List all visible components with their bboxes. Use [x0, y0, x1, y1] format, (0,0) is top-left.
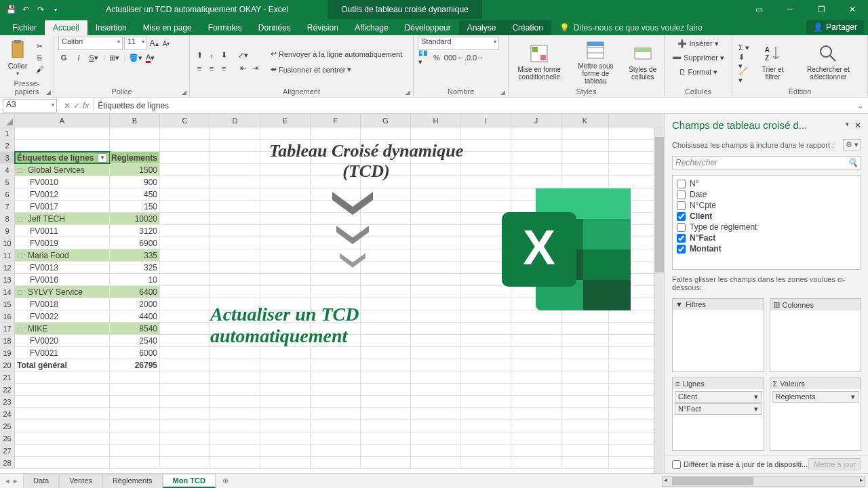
- cell[interactable]: [461, 152, 511, 163]
- cell[interactable]: [15, 432, 110, 444]
- defer-update-checkbox[interactable]: [672, 460, 681, 469]
- area-rows[interactable]: ≡Lignes Client▾N°Fact▾: [672, 378, 764, 451]
- font-size-combo[interactable]: 11: [124, 37, 147, 50]
- cell[interactable]: [260, 262, 311, 273]
- cell[interactable]: [461, 249, 511, 261]
- cell[interactable]: [361, 432, 411, 444]
- cell[interactable]: [210, 335, 260, 346]
- field-checkbox[interactable]: [677, 223, 686, 232]
- cell[interactable]: [361, 127, 411, 139]
- row-header[interactable]: 3: [0, 152, 15, 163]
- cell[interactable]: [210, 298, 260, 310]
- italic-icon[interactable]: I: [73, 52, 84, 63]
- cell[interactable]: [311, 201, 361, 212]
- tab-developer[interactable]: Développeur: [397, 20, 459, 35]
- tab-analyze[interactable]: Analyse: [459, 20, 505, 35]
- cell[interactable]: [260, 359, 311, 371]
- cell[interactable]: [210, 152, 260, 163]
- cell[interactable]: [461, 140, 511, 151]
- format-painter-icon[interactable]: 🖌: [34, 64, 45, 75]
- cell[interactable]: 10: [110, 274, 160, 285]
- increase-decimal-icon[interactable]: ←.0: [458, 52, 469, 63]
- cell[interactable]: [361, 347, 411, 359]
- cell[interactable]: [411, 237, 461, 249]
- cell[interactable]: [461, 274, 511, 285]
- cell[interactable]: [511, 249, 561, 261]
- align-right-icon[interactable]: ≡: [218, 63, 229, 74]
- tab-data[interactable]: Données: [250, 20, 299, 35]
- cell[interactable]: [561, 384, 609, 395]
- cell[interactable]: 26795: [110, 359, 160, 371]
- cell[interactable]: [15, 420, 110, 432]
- cell[interactable]: [210, 140, 260, 151]
- cell[interactable]: [260, 396, 311, 407]
- cell[interactable]: [260, 164, 311, 176]
- cell[interactable]: [210, 201, 260, 212]
- cell[interactable]: [511, 347, 561, 359]
- cell[interactable]: FV0022: [15, 310, 110, 322]
- cell[interactable]: [561, 371, 609, 383]
- cell[interactable]: [260, 323, 311, 334]
- cell[interactable]: [561, 140, 609, 151]
- sheet-tab[interactable]: Règlements: [102, 474, 163, 488]
- font-name-combo[interactable]: Calibri: [58, 37, 123, 50]
- cell[interactable]: [361, 408, 411, 420]
- cell[interactable]: [511, 225, 561, 237]
- cell[interactable]: [160, 335, 210, 346]
- cell[interactable]: [160, 176, 210, 188]
- cell[interactable]: [260, 445, 311, 456]
- cell[interactable]: [361, 140, 411, 151]
- cell[interactable]: [160, 164, 210, 176]
- cell[interactable]: [311, 310, 361, 322]
- cell[interactable]: [511, 457, 561, 468]
- cell[interactable]: [210, 286, 260, 298]
- cell[interactable]: [160, 323, 210, 334]
- cell[interactable]: [15, 445, 110, 456]
- horizontal-scrollbar[interactable]: [662, 476, 865, 487]
- delete-cells-button[interactable]: ➖Supprimer ▾: [670, 51, 726, 64]
- cell[interactable]: [210, 213, 260, 224]
- cell[interactable]: [160, 432, 210, 444]
- cell[interactable]: [361, 274, 411, 285]
- cell[interactable]: [461, 298, 511, 310]
- cell[interactable]: [561, 188, 609, 200]
- row-header[interactable]: 28: [0, 457, 15, 468]
- field-item[interactable]: N°Fact: [675, 232, 858, 243]
- field-checkbox[interactable]: [677, 234, 686, 243]
- cell[interactable]: [461, 237, 511, 249]
- tab-file[interactable]: Fichier: [4, 20, 45, 35]
- column-header[interactable]: J: [511, 114, 561, 127]
- cell[interactable]: [160, 127, 210, 139]
- cell[interactable]: [411, 176, 461, 188]
- cell[interactable]: [411, 201, 461, 212]
- cell[interactable]: [311, 237, 361, 249]
- cell[interactable]: ▢⁻Maria Food: [15, 249, 110, 261]
- copy-icon[interactable]: ⎘: [34, 52, 45, 63]
- comma-icon[interactable]: 000: [445, 52, 456, 63]
- percent-icon[interactable]: %: [431, 52, 442, 63]
- cell[interactable]: FV0020: [15, 335, 110, 346]
- column-header[interactable]: H: [411, 114, 461, 127]
- cell[interactable]: [210, 371, 260, 383]
- wrap-text-button[interactable]: ↩Renvoyer à la ligne automatiquement: [269, 47, 404, 61]
- cell[interactable]: [511, 310, 561, 322]
- cell[interactable]: [511, 201, 561, 212]
- cell[interactable]: [361, 225, 411, 237]
- dialog-launcher-icon[interactable]: ◢: [406, 89, 410, 96]
- cell[interactable]: 8540: [110, 323, 160, 334]
- cell[interactable]: [361, 164, 411, 176]
- cancel-icon[interactable]: ✕: [64, 101, 71, 110]
- cell[interactable]: [210, 432, 260, 444]
- cell[interactable]: [311, 286, 361, 298]
- area-filters[interactable]: ▼Filtres: [672, 298, 764, 372]
- tell-me-search[interactable]: 💡 Dites-nous ce que vous voulez faire: [551, 20, 806, 35]
- cell[interactable]: [461, 420, 511, 432]
- cell[interactable]: [311, 249, 361, 261]
- insert-cells-button[interactable]: ➕Insérer ▾: [675, 37, 720, 50]
- cell[interactable]: [361, 213, 411, 224]
- cell[interactable]: [311, 274, 361, 285]
- cell[interactable]: [411, 432, 461, 444]
- cell[interactable]: [561, 152, 609, 163]
- cell[interactable]: [511, 359, 561, 371]
- cell[interactable]: [511, 371, 561, 383]
